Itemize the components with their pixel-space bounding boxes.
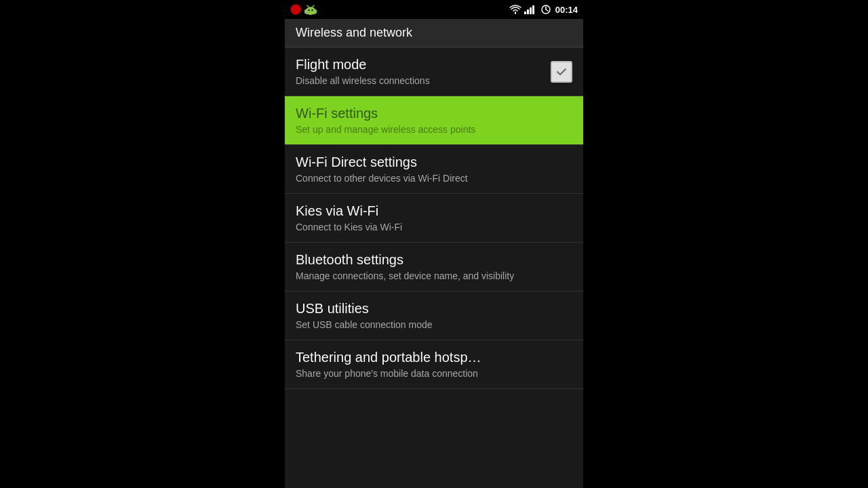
settings-item-flight-mode[interactable]: Flight mode Disable all wireless connect… xyxy=(285,47,583,96)
svg-rect-10 xyxy=(530,7,532,14)
svg-point-2 xyxy=(308,9,309,11)
settings-item-wifi[interactable]: Wi-Fi settings Set up and manage wireles… xyxy=(285,96,583,145)
svg-rect-11 xyxy=(532,5,534,14)
tethering-subtitle: Share your phone's mobile data connectio… xyxy=(296,368,572,379)
settings-item-tethering[interactable]: Tethering and portable hotsp… Share your… xyxy=(285,340,583,389)
svg-rect-9 xyxy=(527,9,529,14)
status-right-icons: 00:14 xyxy=(509,5,578,15)
phone-screen: 00:14 Wireless and network Flight mode D… xyxy=(285,0,583,488)
settings-list: Flight mode Disable all wireless connect… xyxy=(285,47,583,389)
flight-mode-title: Flight mode xyxy=(296,57,551,73)
svg-rect-8 xyxy=(524,12,526,14)
kies-content: Kies via Wi-Fi Connect to Kies via Wi-Fi xyxy=(296,203,572,232)
svg-line-5 xyxy=(313,5,314,7)
svg-line-4 xyxy=(307,5,309,7)
recording-icon xyxy=(290,4,301,15)
usb-subtitle: Set USB cable connection mode xyxy=(296,319,572,330)
settings-item-bluetooth[interactable]: Bluetooth settings Manage connections, s… xyxy=(285,243,583,291)
settings-item-wifi-direct[interactable]: Wi-Fi Direct settings Connect to other d… xyxy=(285,145,583,194)
settings-item-usb[interactable]: USB utilities Set USB cable connection m… xyxy=(285,291,583,340)
checkbox-check-icon xyxy=(555,66,568,78)
wifi-direct-title: Wi-Fi Direct settings xyxy=(296,155,572,170)
kies-subtitle: Connect to Kies via Wi-Fi xyxy=(296,222,572,232)
android-icon xyxy=(304,3,317,16)
page-header: Wireless and network xyxy=(285,19,583,47)
usb-content: USB utilities Set USB cable connection m… xyxy=(296,301,572,330)
wifi-subtitle: Set up and manage wireless access points xyxy=(296,124,572,135)
status-time: 00:14 xyxy=(555,5,578,15)
bluetooth-content: Bluetooth settings Manage connections, s… xyxy=(296,252,572,281)
kies-title: Kies via Wi-Fi xyxy=(296,203,572,219)
wifi-direct-subtitle: Connect to other devices via Wi-Fi Direc… xyxy=(296,173,572,184)
bluetooth-title: Bluetooth settings xyxy=(296,252,572,268)
wifi-icon xyxy=(509,5,521,14)
settings-item-kies[interactable]: Kies via Wi-Fi Connect to Kies via Wi-Fi xyxy=(285,194,583,243)
signal-icon xyxy=(524,5,536,14)
flight-mode-content: Flight mode Disable all wireless connect… xyxy=(296,57,551,86)
bluetooth-subtitle: Manage connections, set device name, and… xyxy=(296,270,572,281)
wifi-direct-content: Wi-Fi Direct settings Connect to other d… xyxy=(296,155,572,184)
status-left-icons xyxy=(290,0,317,19)
battery-icon xyxy=(539,5,553,14)
page-title: Wireless and network xyxy=(296,26,412,39)
wifi-title: Wi-Fi settings xyxy=(296,106,572,121)
tethering-title: Tethering and portable hotsp… xyxy=(296,350,572,365)
svg-rect-1 xyxy=(306,9,315,14)
wifi-content: Wi-Fi settings Set up and manage wireles… xyxy=(296,106,572,135)
status-bar: 00:14 xyxy=(285,0,583,19)
flight-mode-checkbox[interactable] xyxy=(551,61,572,83)
usb-title: USB utilities xyxy=(296,301,572,317)
svg-line-14 xyxy=(546,9,548,11)
flight-mode-subtitle: Disable all wireless connections xyxy=(296,75,551,86)
svg-rect-6 xyxy=(304,9,307,14)
svg-point-3 xyxy=(311,9,313,11)
tethering-content: Tethering and portable hotsp… Share your… xyxy=(296,350,572,379)
svg-rect-7 xyxy=(315,9,317,14)
